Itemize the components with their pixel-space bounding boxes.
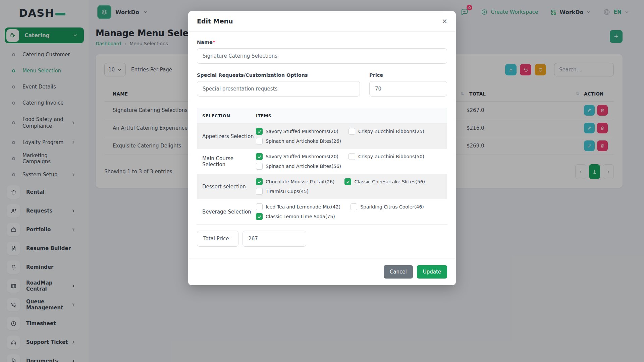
menu-item-label: Classic Lemon Lime Soda(75) (266, 214, 335, 219)
selection-table: SELECTION ITEMS Appetizers Selection Sav… (197, 108, 447, 225)
menu-item-option[interactable]: Spinach and Artichoke Bites(56) (256, 163, 341, 170)
name-field[interactable] (197, 48, 447, 64)
selection-row-beverage: Beverage Selection Iced Tea and Lemonade… (197, 199, 447, 225)
menu-item-label: Classic Cheesecake Slices(56) (354, 179, 425, 184)
menu-item-option[interactable]: Savory Stuffed Mushrooms(20) (256, 153, 338, 160)
checkbox[interactable] (256, 178, 263, 185)
menu-item-label: Savory Stuffed Mushrooms(20) (266, 154, 338, 159)
special-requests-field[interactable] (197, 81, 360, 97)
menu-item-option[interactable]: Chocolate Mousse Parfait(26) (256, 178, 334, 185)
menu-item-label: Crispy Zucchini Ribbons(50) (358, 154, 424, 159)
menu-item-option[interactable]: Iced Tea and Lemonade Mix(42) (256, 203, 340, 210)
edit-menu-modal: Edit Menu × Name* Special Requests/Custo… (188, 11, 456, 285)
selection-row-appetizers: Appetizers Selection Savory Stuffed Mush… (197, 124, 447, 149)
menu-item-label: Tiramisu Cups(45) (266, 189, 309, 194)
special-requests-label: Special Requests/Customization Options (197, 72, 360, 78)
close-icon[interactable]: × (442, 17, 447, 25)
update-button[interactable]: Update (417, 265, 447, 279)
menu-item-option[interactable]: Sparkling Citrus Cooler(46) (351, 203, 424, 210)
checkbox[interactable] (256, 138, 263, 144)
menu-item-option[interactable]: Tiramisu Cups(45) (256, 188, 309, 195)
required-mark: * (213, 40, 215, 45)
menu-item-option[interactable]: Crispy Zucchini Ribbons(50) (348, 153, 424, 160)
menu-item-option[interactable]: Spinach and Artichoke Bites(26) (256, 138, 341, 144)
column-header-items: ITEMS (256, 113, 271, 118)
menu-item-label: Spinach and Artichoke Bites(56) (266, 164, 341, 169)
price-field[interactable] (369, 81, 447, 97)
selection-name: Main Course Selection (202, 156, 256, 168)
selection-name: Dessert selection (202, 184, 256, 190)
total-price-field[interactable] (243, 231, 306, 247)
modal-title: Edit Menu (197, 17, 233, 25)
menu-item-option[interactable]: Crispy Zucchini Ribbons(25) (348, 128, 424, 135)
checkbox[interactable] (256, 153, 263, 160)
selection-row-main-course: Main Course Selection Savory Stuffed Mus… (197, 149, 447, 174)
selection-name: Appetizers Selection (202, 133, 256, 139)
menu-item-label: Spinach and Artichoke Bites(26) (266, 138, 341, 144)
menu-item-label: Crispy Zucchini Ribbons(25) (358, 129, 424, 134)
menu-item-label: Sparkling Citrus Cooler(46) (360, 204, 424, 209)
cancel-button[interactable]: Cancel (384, 265, 413, 279)
name-label: Name* (197, 40, 447, 45)
total-price-label: Total Price : (197, 231, 238, 247)
checkbox[interactable] (344, 178, 351, 185)
menu-item-option[interactable]: Classic Lemon Lime Soda(75) (256, 213, 335, 220)
column-header-selection: SELECTION (202, 113, 256, 118)
menu-item-option[interactable]: Classic Cheesecake Slices(56) (344, 178, 425, 185)
checkbox[interactable] (256, 188, 263, 195)
selection-name: Beverage Selection (202, 209, 256, 215)
checkbox[interactable] (348, 128, 355, 135)
menu-item-option[interactable]: Savory Stuffed Mushrooms(20) (256, 128, 338, 135)
checkbox[interactable] (351, 203, 357, 210)
selection-row-dessert: Dessert selection Chocolate Mousse Parfa… (197, 174, 447, 199)
checkbox[interactable] (256, 203, 263, 210)
checkbox[interactable] (348, 153, 355, 160)
menu-item-label: Chocolate Mousse Parfait(26) (266, 179, 334, 184)
menu-item-label: Iced Tea and Lemonade Mix(42) (266, 204, 340, 209)
checkbox[interactable] (256, 128, 263, 135)
price-label: Price (369, 72, 447, 78)
checkbox[interactable] (256, 163, 263, 170)
menu-item-label: Savory Stuffed Mushrooms(20) (266, 129, 338, 134)
checkbox[interactable] (256, 213, 263, 220)
